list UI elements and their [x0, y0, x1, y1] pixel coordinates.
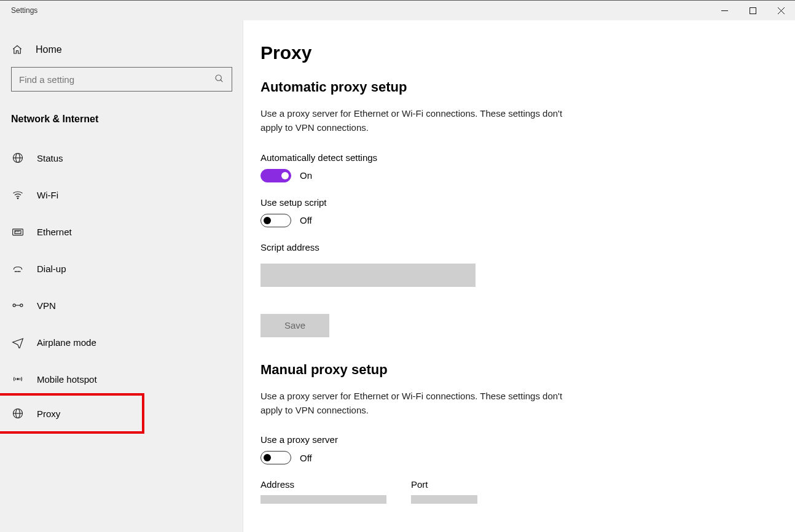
maximize-icon — [750, 7, 756, 14]
home-icon — [11, 44, 23, 56]
detect-label: Automatically detect settings — [260, 152, 795, 163]
titlebar: Settings — [0, 1, 795, 20]
sidebar-item-label: Proxy — [37, 409, 60, 419]
minimize-icon — [721, 7, 728, 14]
auto-heading: Automatic proxy setup — [260, 79, 795, 95]
port-label: Port — [411, 479, 477, 490]
svg-point-21 — [17, 378, 19, 380]
manual-desc: Use a proxy server for Ethernet or Wi-Fi… — [260, 389, 586, 418]
script-address-input[interactable] — [260, 264, 476, 287]
close-button[interactable] — [767, 1, 795, 20]
content: Proxy Automatic proxy setup Use a proxy … — [243, 20, 795, 532]
sidebar-item-label: Ethernet — [37, 227, 72, 237]
sidebar-item-wifi[interactable]: Wi-Fi — [0, 176, 243, 213]
sidebar-item-dialup[interactable]: Dial-up — [0, 250, 243, 287]
wifi-icon — [11, 188, 25, 201]
address-label: Address — [260, 479, 386, 490]
ethernet-icon — [11, 225, 25, 238]
search-box[interactable] — [11, 67, 232, 92]
svg-point-20 — [20, 304, 23, 307]
sidebar-item-proxy-highlight: Proxy — [0, 393, 243, 434]
sidebar-item-label: Mobile hotspot — [37, 374, 97, 385]
sidebar-item-label: Wi-Fi — [37, 190, 58, 200]
auto-desc: Use a proxy server for Ethernet or Wi-Fi… — [260, 106, 586, 135]
page-title: Proxy — [260, 42, 795, 63]
save-button[interactable]: Save — [260, 314, 329, 337]
home-label: Home — [36, 44, 62, 55]
sidebar-section: Network & Internet — [11, 110, 232, 139]
svg-rect-1 — [750, 7, 756, 14]
svg-point-9 — [17, 198, 18, 199]
status-icon — [11, 151, 25, 165]
airplane-icon — [11, 335, 25, 349]
sidebar: Home Network & Internet Status — [0, 20, 243, 532]
sidebar-item-hotspot[interactable]: Mobile hotspot — [0, 361, 243, 397]
use-proxy-state: Off — [300, 453, 312, 463]
script-label: Use setup script — [260, 197, 795, 208]
detect-toggle[interactable] — [260, 169, 291, 182]
sidebar-item-label: Dial-up — [37, 264, 66, 274]
svg-point-18 — [20, 272, 20, 272]
hotspot-icon — [11, 372, 25, 386]
proxy-icon — [11, 407, 25, 420]
script-address-label: Script address — [260, 242, 795, 252]
port-input[interactable] — [411, 495, 477, 504]
search-icon — [214, 74, 224, 85]
close-icon — [778, 7, 785, 14]
sidebar-item-status[interactable]: Status — [0, 139, 243, 176]
search-input[interactable] — [19, 74, 214, 85]
settings-window: Settings Home — [0, 0, 795, 532]
svg-point-17 — [18, 272, 18, 272]
minimize-button[interactable] — [710, 1, 738, 20]
use-proxy-label: Use a proxy server — [260, 434, 795, 445]
sidebar-item-label: Airplane mode — [37, 337, 96, 348]
sidebar-item-ethernet[interactable]: Ethernet — [0, 213, 243, 250]
script-toggle[interactable] — [260, 214, 291, 227]
sidebar-item-label: Status — [37, 153, 63, 163]
sidebar-item-label: VPN — [37, 300, 56, 311]
sidebar-item-proxy[interactable]: Proxy — [0, 396, 71, 431]
svg-point-15 — [15, 272, 15, 272]
maximize-button[interactable] — [738, 1, 767, 20]
address-input[interactable] — [260, 495, 386, 504]
vpn-icon — [11, 299, 25, 312]
svg-point-16 — [17, 272, 17, 272]
dialup-icon — [11, 262, 25, 275]
svg-point-19 — [13, 304, 15, 307]
sidebar-item-vpn[interactable]: VPN — [0, 287, 243, 324]
script-state: Off — [300, 215, 312, 225]
svg-rect-10 — [13, 229, 23, 235]
window-controls — [710, 1, 795, 20]
window-title: Settings — [0, 6, 37, 15]
sidebar-item-airplane[interactable]: Airplane mode — [0, 324, 243, 361]
sidebar-nav: Status Wi-Fi Ethernet — [0, 139, 243, 434]
svg-line-5 — [221, 80, 222, 82]
manual-heading: Manual proxy setup — [260, 362, 795, 378]
svg-point-4 — [216, 75, 221, 80]
home-nav[interactable]: Home — [11, 37, 232, 67]
use-proxy-toggle[interactable] — [260, 451, 291, 464]
detect-state: On — [300, 170, 312, 181]
